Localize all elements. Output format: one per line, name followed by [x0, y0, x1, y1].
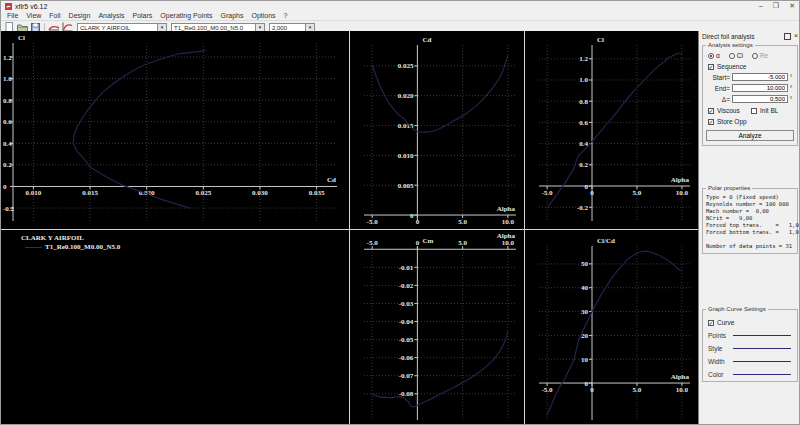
float-panel-icon[interactable] [784, 33, 791, 40]
curve-style-preview-line [733, 374, 791, 375]
end-input[interactable] [732, 84, 788, 92]
curve-style-preview-line [733, 335, 791, 336]
svg-text:0.010: 0.010 [398, 152, 414, 160]
curve-checkbox-row[interactable]: Curve [708, 319, 794, 326]
sequence-label: Sequence [717, 63, 746, 70]
svg-text:0: 0 [416, 239, 420, 247]
polar-property-line [706, 236, 794, 243]
svg-text:0.6: 0.6 [579, 119, 588, 127]
svg-text:0.005: 0.005 [398, 182, 414, 190]
chevron-down-icon[interactable] [255, 24, 264, 31]
menu-item-foil[interactable]: Foil [45, 12, 64, 19]
svg-text:10.0: 10.0 [502, 239, 515, 247]
svg-text:5.0: 5.0 [633, 189, 642, 197]
chart-cl-vs-alpha[interactable]: -5.005.010.0-0.200.20.40.60.81.01.2ClAlp… [525, 31, 698, 229]
init-bl-checkbox-row[interactable]: Init BL [751, 107, 794, 114]
close-panel-icon[interactable]: × [794, 33, 798, 39]
svg-text:0.025: 0.025 [195, 189, 211, 197]
svg-text:-0.04: -0.04 [399, 318, 414, 326]
svg-text:5.0: 5.0 [633, 386, 642, 394]
polar-property-line: Number of data points = 31 [706, 243, 794, 250]
delta-input[interactable] [732, 95, 788, 103]
menu-item-options[interactable]: Options [247, 12, 279, 19]
svg-text:30: 30 [581, 308, 589, 316]
menu-item--[interactable]: ? [280, 12, 292, 19]
polar-properties-group: Polar properties Type = 0 (Fixed speed)R… [702, 188, 798, 254]
svg-text:-0.2: -0.2 [3, 205, 15, 213]
chart-cell-clcd: -5.005.010.001020304050Cl/CdAlpha [525, 230, 698, 425]
dock-title: Direct foil analysis [702, 33, 754, 40]
end-label: End= [706, 85, 732, 92]
curve-style-preview-line [733, 361, 791, 362]
polar-legend: CLARK Y AIRFOIL T1_Re0.100_M0.00_N5.0 [1, 230, 349, 425]
radio-cl[interactable]: Cl [729, 52, 743, 59]
polar-property-line: Forced top trans. = 1,00 [706, 222, 794, 229]
menu-item-polars[interactable]: Polars [128, 12, 156, 19]
sequence-checkbox[interactable] [708, 64, 714, 70]
svg-text:0.4: 0.4 [3, 140, 12, 148]
menu-item-graphs[interactable]: Graphs [216, 12, 247, 19]
svg-text:0.030: 0.030 [252, 189, 268, 197]
svg-text:Cm: Cm [422, 237, 433, 245]
svg-text:0.8: 0.8 [3, 97, 12, 105]
start-input[interactable] [732, 73, 788, 81]
chart-polar-cl-vs-cd[interactable]: 0.0100.0150.0200.0250.0300.035-0.200.20.… [1, 31, 349, 229]
graph-area: 0.0100.0150.0200.0250.0300.035-0.200.20.… [1, 31, 698, 425]
svg-text:-5.0: -5.0 [542, 386, 554, 394]
init-bl-label: Init BL [760, 107, 778, 114]
chart-cell-polar: 0.0100.0150.0200.0250.0300.035-0.200.20.… [1, 31, 349, 229]
radio-alpha[interactable]: α [708, 52, 720, 59]
minimize-button[interactable]: – [759, 1, 763, 11]
menu-item-analysis[interactable]: Analysis [94, 12, 128, 19]
sequence-checkbox-row[interactable]: Sequence [708, 63, 794, 70]
radio-re: Re [752, 52, 768, 59]
svg-text:0.2: 0.2 [579, 161, 588, 169]
curve-checkbox[interactable] [708, 320, 714, 326]
viscous-checkbox-row[interactable]: Viscous [708, 107, 751, 114]
polar-property-line: Type = 0 (Fixed speed) [706, 194, 794, 201]
legend-foil-name: CLARK Y AIRFOIL [21, 234, 349, 242]
svg-text:0: 0 [416, 218, 420, 226]
menu-item-view[interactable]: View [22, 12, 45, 19]
store-opp-checkbox[interactable] [708, 119, 714, 125]
curve-setting-row-width[interactable]: Width [706, 358, 794, 365]
chevron-down-icon[interactable] [305, 24, 314, 31]
curve-setting-label: Color [706, 371, 730, 378]
svg-text:0.010: 0.010 [26, 189, 42, 197]
polar-property-line: Forced bottom trans. = 1,00 [706, 229, 794, 236]
chart-cd-vs-alpha[interactable]: -5.005.010.000.0050.0100.0150.0200.025Cd… [350, 31, 524, 229]
dock-header: Direct foil analysis × [699, 31, 800, 41]
svg-text:Cl: Cl [18, 34, 25, 42]
curve-setting-row-points[interactable]: Points [706, 332, 794, 339]
chevron-down-icon[interactable] [157, 24, 166, 31]
svg-text:10.0: 10.0 [502, 218, 515, 226]
analyze-button[interactable]: Analyze [706, 130, 794, 141]
chart-cell-cd: -5.005.010.000.0050.0100.0150.0200.025Cd… [350, 31, 524, 229]
maximize-button[interactable]: ❒ [773, 1, 779, 11]
curve-setting-row-style[interactable]: Style [706, 345, 794, 352]
svg-text:50: 50 [581, 260, 589, 268]
menu-item-operating-points[interactable]: Operating Points [156, 12, 216, 19]
close-button[interactable]: ✕ [789, 1, 795, 11]
title-bar: xflr5 v6.12 – ❒ ✕ [1, 1, 799, 11]
legend-polar-name: T1_Re0.100_M0.00_N5.0 [45, 243, 120, 251]
svg-text:0: 0 [590, 386, 594, 394]
menu-item-design[interactable]: Design [65, 12, 95, 19]
store-opp-checkbox-row[interactable]: Store Opp [708, 118, 794, 125]
chart-cell-cl: -5.005.010.0-0.200.20.40.60.81.01.2ClAlp… [525, 31, 698, 229]
value-select-value: 2,000 [270, 24, 305, 31]
init-bl-checkbox[interactable] [751, 108, 757, 114]
svg-text:0.015: 0.015 [82, 189, 98, 197]
menu-item-file[interactable]: File [3, 12, 22, 19]
chart-clcd-vs-alpha[interactable]: -5.005.010.001020304050Cl/CdAlpha [525, 230, 698, 425]
viscous-checkbox[interactable] [708, 108, 714, 114]
curve-setting-row-color[interactable]: Color [706, 371, 794, 378]
radio-alpha-circle[interactable] [708, 53, 714, 59]
svg-text:0.020: 0.020 [398, 92, 414, 100]
chart-cm-vs-alpha[interactable]: -5.005.010.0-0.01-0.02-0.03-0.04-0.05-0.… [350, 230, 524, 425]
store-opp-label: Store Opp [717, 118, 747, 125]
start-deg: ° [788, 74, 794, 81]
end-deg: ° [788, 85, 794, 92]
svg-text:1.0: 1.0 [3, 75, 12, 83]
radio-cl-circle[interactable] [729, 53, 735, 59]
